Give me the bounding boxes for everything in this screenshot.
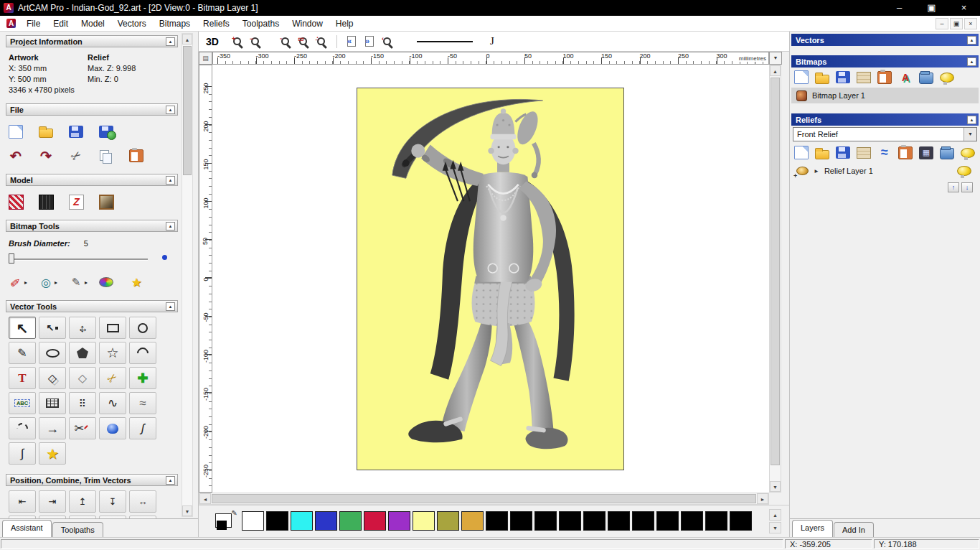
palette-swatch[interactable] <box>510 511 532 531</box>
collapse-icon[interactable]: ▲ <box>166 37 175 46</box>
select-vectors-icon[interactable]: ↖ <box>9 317 36 339</box>
greyscale-model-icon[interactable] <box>39 195 54 210</box>
palette-swatch[interactable] <box>461 511 484 531</box>
paste-along-curve-icon[interactable]: ⠿ <box>69 392 96 414</box>
menu-edit[interactable]: Edit <box>47 17 75 31</box>
fit-curve-icon[interactable]: ∿ <box>99 392 126 414</box>
cut-vectors-icon[interactable]: ✂ <box>69 417 96 439</box>
paste-bitmap-icon[interactable] <box>877 71 892 84</box>
new-bitmap-icon[interactable] <box>794 70 809 84</box>
colour-reduce-icon[interactable] <box>898 70 913 85</box>
scroll-down-icon[interactable]: ▼ <box>769 522 781 533</box>
palette-swatch[interactable] <box>730 511 752 531</box>
smooth-curve-icon[interactable]: ≈ <box>129 392 156 414</box>
primary-secondary-colour-widget[interactable]: ✎ <box>215 511 236 532</box>
colour-palette-icon[interactable] <box>99 277 113 287</box>
palette-swatch[interactable] <box>656 511 679 531</box>
dashed-arc-icon[interactable] <box>9 417 36 439</box>
collapse-icon[interactable]: ▲ <box>166 106 175 114</box>
collapse-icon[interactable]: ▲ <box>166 476 175 485</box>
scroll-left-icon[interactable]: ◄ <box>199 493 211 504</box>
collapse-icon[interactable]: ▲ <box>166 222 175 230</box>
slider-track[interactable] <box>10 258 148 261</box>
align-right-icon[interactable]: ⇥ <box>39 490 66 513</box>
canvas-horizontal-scrollbar[interactable]: ◄ ► <box>199 493 769 505</box>
menu-help[interactable]: Help <box>329 17 360 31</box>
palette-swatch[interactable] <box>534 511 557 531</box>
create-polygon-icon[interactable] <box>69 342 96 364</box>
adjust-model-icon[interactable] <box>9 195 24 210</box>
palette-swatch[interactable] <box>486 511 508 531</box>
scroll-down-icon[interactable]: ▼ <box>770 481 781 492</box>
flyout-arrow-icon[interactable]: ▸ <box>55 279 57 286</box>
scroll-up-icon[interactable]: ▲ <box>182 34 192 45</box>
align-left-icon[interactable]: ⇤ <box>9 490 36 513</box>
save-bitmap-icon[interactable] <box>836 71 850 83</box>
palette-swatch[interactable] <box>364 511 386 531</box>
tab-layers[interactable]: Layers <box>792 520 833 537</box>
delete-bitmap-icon[interactable] <box>919 73 933 84</box>
zoom-previous-icon[interactable]: ‹ <box>379 34 396 50</box>
trim-curve-icon[interactable]: ✂ <box>99 367 126 389</box>
delete-relief-icon[interactable] <box>940 148 954 159</box>
align-centre-icon[interactable]: ↔ <box>129 490 156 513</box>
palette-swatch[interactable] <box>608 511 630 531</box>
move-layer-up-button[interactable]: ↑ <box>948 182 959 192</box>
redo-icon[interactable] <box>39 148 53 164</box>
undo-icon[interactable] <box>9 148 23 164</box>
zoom-window-icon[interactable]: ▫ <box>277 34 294 50</box>
paint-brush-icon[interactable] <box>9 274 23 290</box>
palette-swatch[interactable] <box>242 511 264 531</box>
menu-window[interactable]: Window <box>286 17 329 31</box>
smooth-relief-icon[interactable] <box>877 145 892 161</box>
save-relief-icon[interactable] <box>836 146 850 159</box>
toolbar-separator[interactable] <box>336 35 337 48</box>
curve-style-preview[interactable]: J <box>490 35 494 47</box>
palette-swatch[interactable] <box>339 511 362 531</box>
menu-reliefs[interactable]: Reliefs <box>197 17 236 31</box>
flood-fill-icon[interactable] <box>129 274 143 290</box>
create-text-icon[interactable]: T <box>9 367 36 389</box>
create-rectangle-icon[interactable] <box>99 317 126 339</box>
cut-icon[interactable] <box>69 148 83 164</box>
open-model-icon[interactable] <box>39 129 53 138</box>
slider-handle[interactable] <box>9 253 14 264</box>
view-3d-button[interactable]: 3D <box>206 36 219 47</box>
restore-button[interactable]: ▣ <box>915 0 948 16</box>
text-in-box-icon[interactable]: ABC <box>9 392 36 414</box>
palette-swatch[interactable] <box>583 511 606 531</box>
minimize-button[interactable]: – <box>883 0 915 16</box>
zoom-objects-icon[interactable]: ∴ <box>313 34 330 50</box>
assistant-scrollbar[interactable]: ▲ ▼ <box>182 33 193 517</box>
palette-swatch[interactable] <box>291 511 313 531</box>
invert-model-icon[interactable] <box>69 195 84 210</box>
create-circle-icon[interactable] <box>129 317 156 339</box>
palette-swatch[interactable] <box>681 511 703 531</box>
scroll-up-icon[interactable]: ▲ <box>770 65 781 76</box>
profile-icon[interactable]: ∫ <box>9 442 36 465</box>
mesh-creator-icon[interactable] <box>39 392 66 414</box>
offset-vectors-icon[interactable]: ◇ <box>39 367 66 389</box>
create-ellipse-icon[interactable] <box>39 342 66 364</box>
artwork-page[interactable] <box>357 88 624 470</box>
relief-visibility-bulb-icon[interactable] <box>957 166 971 176</box>
export-model-icon[interactable] <box>99 126 113 138</box>
scroll-up-icon[interactable]: ▲ <box>769 509 781 521</box>
copy-icon[interactable] <box>99 149 113 163</box>
menu-vectors[interactable]: Vectors <box>111 17 153 31</box>
bezier-tool-icon[interactable]: ʃ <box>129 417 156 439</box>
palette-swatch[interactable] <box>413 511 435 531</box>
collapse-icon[interactable]: ▲ <box>166 176 175 185</box>
relief-visibility-icon[interactable] <box>961 148 975 158</box>
zoom-in-icon[interactable]: + <box>229 34 246 50</box>
mdi-restore-button[interactable]: ▣ <box>950 18 963 29</box>
canvas-viewport[interactable] <box>212 65 769 493</box>
create-star-icon[interactable]: ☆ <box>99 342 126 364</box>
scroll-right-icon[interactable]: ► <box>757 493 768 504</box>
mdi-close-button[interactable]: × <box>964 18 977 29</box>
new-relief-icon[interactable] <box>794 146 809 159</box>
scroll-down-icon[interactable]: ▼ <box>182 505 192 516</box>
join-vectors-icon[interactable]: → <box>39 417 66 439</box>
new-model-icon[interactable] <box>9 125 23 139</box>
align-top-icon[interactable]: ↥ <box>69 490 96 513</box>
